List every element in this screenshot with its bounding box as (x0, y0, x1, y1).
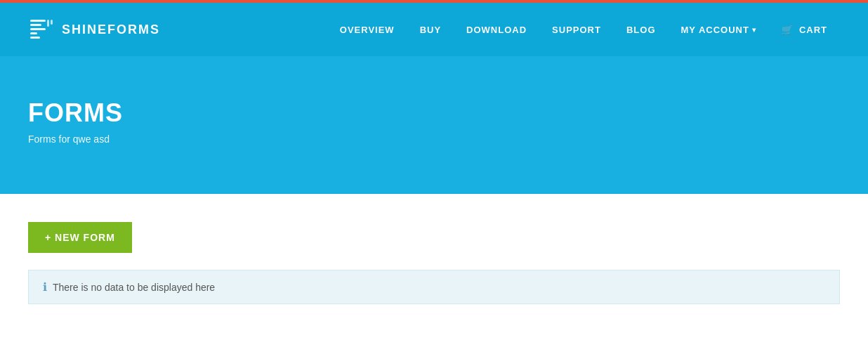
main-content: + NEW FORM ℹ There is no data to be disp… (0, 194, 868, 332)
new-form-button[interactable]: + NEW FORM (28, 222, 132, 253)
nav-support[interactable]: SUPPORT (539, 3, 614, 56)
nav-overview[interactable]: OVERVIEW (327, 3, 407, 56)
svg-rect-4 (30, 37, 40, 39)
svg-rect-6 (51, 20, 53, 25)
svg-rect-5 (47, 20, 49, 27)
nav-download[interactable]: DOWNLOAD (454, 3, 539, 56)
chevron-down-icon: ▾ (752, 26, 756, 34)
main-nav: OVERVIEW BUY DOWNLOAD SUPPORT BLOG MY AC… (327, 3, 840, 56)
svg-rect-1 (30, 24, 41, 26)
empty-state-text: There is no data to be displayed here (53, 282, 215, 293)
svg-rect-3 (30, 32, 37, 34)
hero-title: FORMS (28, 98, 840, 128)
info-icon: ℹ (43, 280, 47, 294)
nav-my-account[interactable]: MY ACCOUNT ▾ (669, 3, 769, 56)
logo-text: SHINEFORMS (62, 22, 160, 37)
hero-banner: FORMS Forms for qwe asd (0, 56, 868, 194)
nav-cart[interactable]: 🛒 CART (769, 3, 840, 56)
logo-icon (28, 16, 55, 43)
logo[interactable]: SHINEFORMS (28, 16, 160, 43)
header: SHINEFORMS OVERVIEW BUY DOWNLOAD SUPPORT… (0, 3, 868, 56)
cart-icon: 🛒 (782, 25, 794, 35)
empty-state-message: ℹ There is no data to be displayed here (28, 270, 840, 304)
svg-rect-0 (30, 20, 46, 22)
hero-subtitle: Forms for qwe asd (28, 133, 840, 145)
svg-rect-2 (30, 28, 46, 30)
nav-blog[interactable]: BLOG (614, 3, 669, 56)
nav-buy[interactable]: BUY (407, 3, 454, 56)
